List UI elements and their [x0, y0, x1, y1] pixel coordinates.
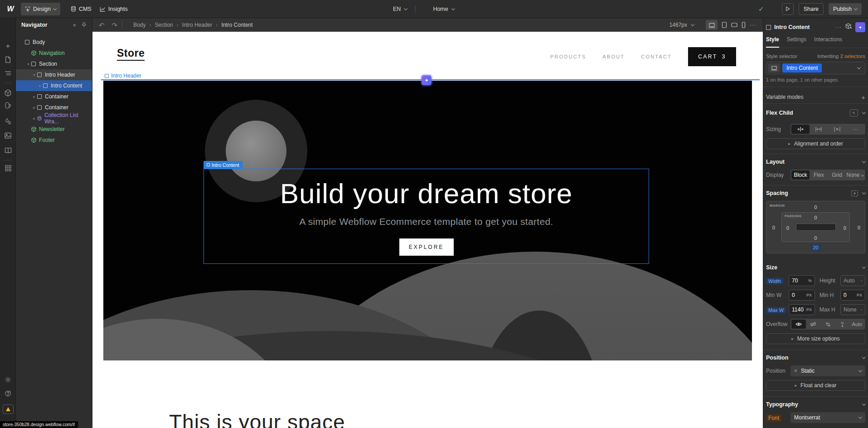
min-h-unit[interactable]: PX	[857, 293, 862, 297]
chevron-right-icon[interactable]: ▸	[31, 106, 37, 110]
position-dropdown[interactable]: × Static	[790, 365, 865, 376]
redo-icon[interactable]: ↷	[112, 22, 118, 29]
padding-right-value[interactable]: 0	[844, 225, 846, 231]
style-guide-icon[interactable]	[0, 102, 16, 109]
add-element-icon[interactable]: +	[0, 42, 16, 51]
overflow-auto-scroll-option[interactable]	[835, 320, 850, 329]
page-name-label[interactable]: Home	[433, 6, 448, 12]
ai-assistant-button[interactable]: ✦	[855, 22, 865, 32]
padding-bottom-value[interactable]: 0	[815, 235, 817, 241]
class-selector-field[interactable]: Intro Content	[766, 62, 865, 74]
assets-icon[interactable]	[0, 132, 16, 139]
breakpoint-phone-landscape-button[interactable]	[731, 22, 737, 28]
breakpoint-desktop-button[interactable]	[706, 20, 718, 30]
intro-content-selection-badge[interactable]: Intro Content	[204, 161, 242, 169]
class-pill[interactable]: Intro Content	[782, 63, 822, 73]
close-icon[interactable]: ×	[73, 22, 76, 29]
padding-left-value[interactable]: 0	[786, 225, 789, 231]
chevron-down-icon[interactable]: ▾	[31, 73, 37, 77]
min-h-input[interactable]: 0 PX	[840, 290, 865, 301]
chevron-down-icon[interactable]	[857, 65, 861, 69]
pages-icon[interactable]	[0, 56, 16, 63]
nav-link-contact[interactable]: CONTACT	[641, 54, 672, 59]
element-menu-icon[interactable]: ···	[835, 24, 842, 30]
tab-style[interactable]: Style	[766, 36, 779, 48]
nav-link-products[interactable]: PRODUCTS	[550, 54, 586, 59]
chevron-down-icon[interactable]	[691, 22, 694, 26]
tree-item-intro-content[interactable]: ▸ Intro Content	[16, 80, 92, 91]
inherited-selectors-link[interactable]: 2 selectors	[840, 54, 865, 59]
breadcrumb-body[interactable]: Body	[133, 22, 145, 28]
components-icon[interactable]	[0, 89, 16, 97]
canvas-width-label[interactable]: 1467px	[669, 22, 687, 28]
padding-top-value[interactable]: 0	[815, 215, 817, 220]
tree-item-collection-list[interactable]: ▸ Collection List Wra...	[16, 113, 92, 124]
size-section-header[interactable]: Size	[766, 260, 865, 275]
margin-bottom-value[interactable]: 20	[810, 244, 820, 251]
display-none-option[interactable]: None	[846, 170, 864, 180]
breadcrumb-intro-header[interactable]: Intro Header	[182, 22, 213, 28]
tree-item-intro-header[interactable]: ▾ Intro Header	[16, 69, 92, 80]
overflow-scroll-option[interactable]	[820, 320, 835, 329]
chevron-down-icon[interactable]	[862, 110, 866, 114]
display-flex-option[interactable]: Flex	[810, 170, 828, 180]
tree-item-newsletter[interactable]: Newsletter	[16, 124, 92, 135]
spacing-widget[interactable]: MARGIN 0 0 0 20 PADDING 0 0 0 0	[766, 201, 865, 253]
chevron-down-icon[interactable]	[404, 6, 407, 10]
tree-item-container[interactable]: ▸ Container	[16, 91, 92, 102]
breadcrumb-intro-content[interactable]: Intro Content	[221, 22, 252, 28]
locale-label[interactable]: EN	[393, 6, 401, 12]
explore-button[interactable]: EXPLORE	[399, 238, 454, 256]
add-variable-mode-icon[interactable]: +	[861, 93, 865, 101]
chevron-down-icon[interactable]: ▾	[25, 62, 31, 66]
chevron-right-icon[interactable]: ▸	[31, 117, 37, 121]
height-unit[interactable]: -	[861, 278, 862, 283]
create-component-icon[interactable]	[845, 23, 852, 32]
chevron-down-icon[interactable]	[862, 159, 866, 163]
max-h-unit[interactable]: -	[861, 307, 862, 312]
sizing-more-option[interactable]: ···	[846, 125, 864, 134]
spacing-section-header[interactable]: Spacing	[766, 185, 865, 201]
breakpoint-phone-portrait-button[interactable]	[742, 22, 746, 28]
tab-interactions[interactable]: Interactions	[814, 36, 842, 48]
typography-section-header[interactable]: Typography	[766, 397, 865, 412]
help-icon[interactable]	[0, 390, 16, 397]
variables-icon[interactable]	[0, 118, 16, 125]
chevron-down-icon[interactable]	[451, 6, 455, 10]
max-h-input[interactable]: None -	[840, 304, 865, 315]
breadcrumb-section[interactable]: Section	[155, 22, 173, 28]
element-settings-floating-button[interactable]: ✦	[422, 75, 432, 85]
overflow-visible-option[interactable]	[791, 320, 806, 329]
more-size-options-expander[interactable]: ▸ More size options	[766, 333, 865, 344]
max-w-input[interactable]: 1140 PX	[789, 304, 815, 315]
width-unit[interactable]: %	[808, 278, 812, 283]
tree-item-footer[interactable]: Footer	[16, 135, 92, 146]
cart-button[interactable]: CART 3	[688, 47, 736, 66]
layout-section-header[interactable]: Layout	[766, 154, 865, 170]
sizing-grow-option[interactable]	[810, 125, 828, 134]
flex-child-section-header[interactable]: Flex Child ↖	[766, 104, 865, 122]
preview-button[interactable]	[782, 3, 794, 15]
cms-button[interactable]: CMS	[67, 3, 96, 15]
share-button[interactable]: Share	[799, 3, 824, 15]
float-clear-expander[interactable]: ▸ Float and clear	[766, 380, 865, 391]
intro-content-block[interactable]: Build your dream store A simple Webflow …	[204, 169, 649, 264]
width-input[interactable]: 70 %	[789, 275, 815, 286]
chevron-right-icon[interactable]: ▸	[31, 95, 37, 99]
clear-icon[interactable]: ×	[794, 368, 797, 374]
undo-icon[interactable]: ↶	[99, 22, 105, 29]
chevron-down-icon[interactable]	[862, 355, 866, 359]
tree-item-navigation[interactable]: Navigation	[16, 48, 92, 58]
overflow-hidden-option[interactable]	[806, 320, 820, 329]
sizing-shrink-option[interactable]	[791, 125, 810, 134]
spacing-mode-icon[interactable]	[851, 190, 858, 196]
navigator-icon[interactable]	[0, 70, 16, 76]
display-grid-option[interactable]: Grid	[828, 170, 846, 180]
min-w-input[interactable]: 0 PX	[789, 290, 815, 301]
flex-parent-arrow-icon[interactable]: ↖	[850, 109, 858, 117]
chevron-down-icon[interactable]	[862, 402, 866, 405]
design-mode-button[interactable]: Design	[21, 3, 60, 15]
store-brand-link[interactable]: Store	[117, 47, 145, 61]
min-w-unit[interactable]: PX	[806, 293, 812, 297]
tree-item-body[interactable]: Body	[16, 37, 92, 48]
